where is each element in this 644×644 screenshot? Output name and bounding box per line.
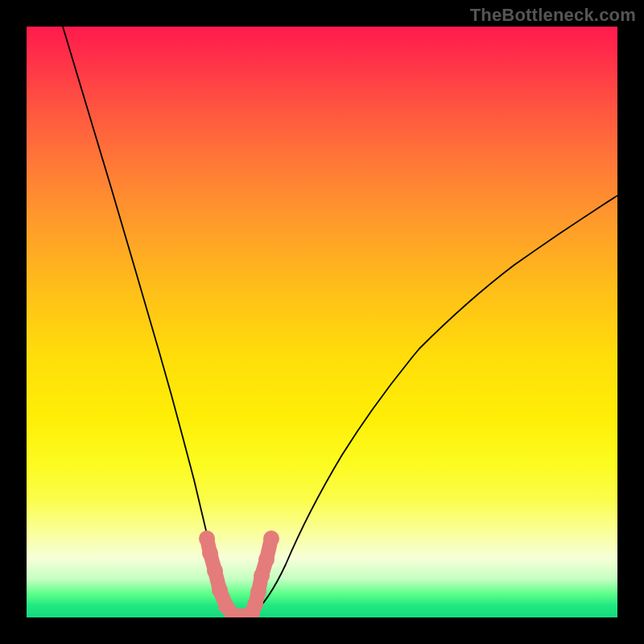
data-point [202,545,218,561]
data-point [199,530,215,547]
data-point [207,563,223,579]
data-point [263,530,279,547]
watermark-text: TheBottleneck.com [470,5,636,26]
data-point [212,582,228,598]
curve-left-branch [63,27,241,617]
curve-right-branch [241,196,617,617]
data-point [250,584,266,600]
chart-plot-area [27,27,617,617]
data-point [254,568,270,584]
data-point [258,551,275,568]
chart-svg [27,27,617,617]
